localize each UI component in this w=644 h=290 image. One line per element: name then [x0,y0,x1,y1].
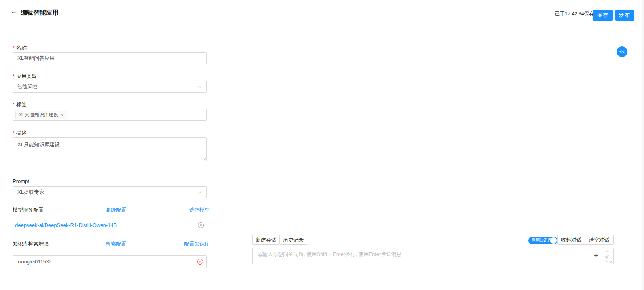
collapse-panel-button[interactable]: << [617,46,627,57]
app-type-value: 智能问答 [17,83,38,90]
name-input[interactable] [13,52,207,64]
chat-input-resize-handle[interactable] [608,260,612,264]
required-mark: * [13,102,15,107]
back-icon[interactable]: ← [10,8,17,15]
save-button[interactable]: 保存 [593,10,613,21]
knowledge-base-input[interactable] [13,255,207,268]
chevron-down-icon [198,190,202,194]
knowledge-clear-icon[interactable]: × [197,259,203,265]
required-mark: * [13,130,15,136]
description-textarea[interactable]: XL只能知识库建设 [13,137,207,161]
config-knowledge-link[interactable]: 配置知识库 [155,240,210,248]
model-name-link[interactable]: deepseek-ai/DeepSeek-R1-Distill-Qwen-14B [15,222,117,228]
description-label: *描述 [13,130,27,137]
page-title: 编辑智能应用 [21,9,59,17]
app-type-label: *应用类型 [13,73,37,80]
scrollbar-track[interactable] [642,0,644,290]
chevron-down-icon [198,84,202,88]
clear-chat-button[interactable]: 清空对话 [585,235,614,245]
prompt-value: XL提取专家 [17,189,44,196]
collapse-chat-button[interactable]: 收起对话 [557,235,585,245]
prompt-select[interactable]: XL提取专家 [13,186,207,198]
edit-app-page: ← 编辑智能应用 已于17:42:34保存 保存 发布 *名称 *应用类型 智能… [0,0,644,290]
enable-knowledge-toggle[interactable]: 启用知识库 [528,237,557,244]
chat-message-input[interactable] [253,249,570,259]
header-divider [3,31,641,31]
required-mark: * [13,74,15,79]
panel-divider [218,38,218,229]
enable-knowledge-toggle-label: 启用知识库 [531,238,552,243]
advanced-config-link[interactable]: 高级配置 [106,206,126,214]
tags-input[interactable]: XL只能知识库建设 × [13,109,207,121]
select-model-link[interactable]: 选择模型 [155,206,210,214]
saved-status: 已于17:42:34保存 [555,11,594,17]
textarea-resize-handle[interactable] [203,157,206,161]
prompt-label: Prompt [13,178,29,184]
publish-button[interactable]: 发布 [615,10,634,21]
tag-remove-icon[interactable]: × [61,113,64,118]
required-mark: * [13,45,15,51]
toggle-knob [550,237,557,244]
send-icon [603,252,611,260]
knowledge-label: 知识库检索增强 [13,240,49,248]
retrieval-config-link[interactable]: 检索配置 [106,240,126,248]
app-type-select[interactable]: 智能问答 [13,81,207,93]
history-button[interactable]: 历史记录 [279,235,307,245]
model-service-label: 模型服务配置 [13,206,44,214]
tag-chip: XL只能知识库建设 × [15,111,67,119]
attach-plus-icon[interactable]: + [594,252,598,259]
tags-label: *标签 [13,101,27,108]
model-remove-icon[interactable]: × [198,222,204,228]
tag-chip-text: XL只能知识库建设 [19,112,58,118]
chat-input-box[interactable] [252,248,614,264]
new-session-button[interactable]: 新建会话 [252,235,280,245]
name-label: *名称 [13,44,27,52]
